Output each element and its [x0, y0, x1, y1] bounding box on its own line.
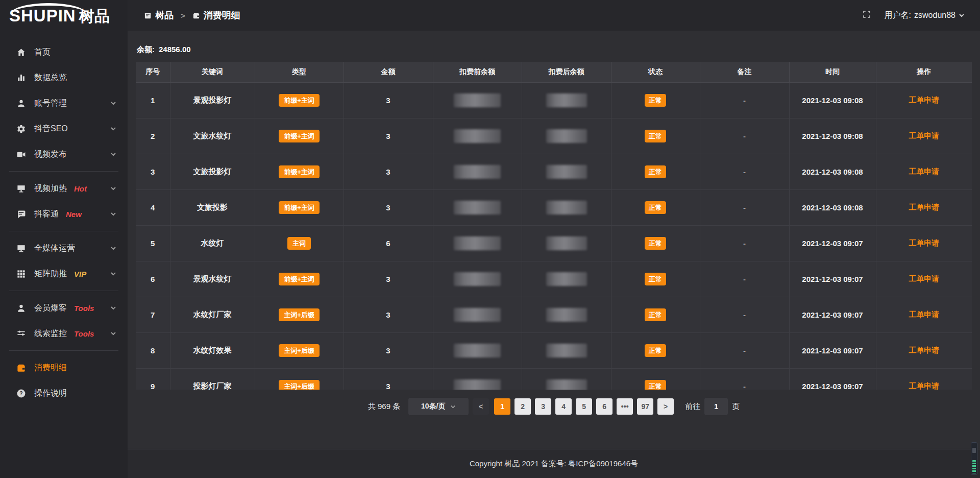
chevron-down-icon — [110, 245, 116, 251]
sidebar-item-label: 账号管理 — [34, 98, 67, 109]
copyright-text: Copyright 树品 2021 备案号: 粤ICP备09019646号 — [470, 459, 638, 469]
sidebar-item-matrix-boost[interactable]: 矩阵助推 VIP — [0, 261, 128, 286]
sidebar-item-label: 操作说明 — [34, 388, 67, 399]
sidebar-item-doukestong[interactable]: 抖客通 New — [0, 201, 128, 227]
masked-value — [546, 201, 587, 214]
cell-time: 2021-12-03 09:07 — [789, 261, 876, 297]
page-button-2[interactable]: 2 — [514, 398, 531, 415]
mini-scrollbar-widget[interactable] — [971, 442, 977, 475]
svg-text:?: ? — [19, 391, 22, 396]
menu-divider — [9, 171, 118, 172]
cell-time: 2021-12-03 09:08 — [789, 118, 876, 154]
work-order-link[interactable]: 工单申请 — [909, 274, 939, 283]
page-button-97[interactable]: 97 — [637, 398, 653, 415]
work-order-link[interactable]: 工单申请 — [909, 203, 939, 211]
cell-action: 工单申请 — [876, 82, 972, 118]
sidebar-item-consumption-detail[interactable]: 消费明细 — [0, 355, 128, 380]
cell-action: 工单申请 — [876, 297, 972, 332]
sidebar-item-all-media[interactable]: 全媒体运营 — [0, 235, 128, 261]
breadcrumb-separator: > — [181, 11, 185, 20]
page-button-5[interactable]: 5 — [576, 398, 592, 415]
breadcrumb-item-root[interactable]: 树品 — [144, 9, 174, 21]
status-badge: 正常 — [645, 94, 666, 107]
sidebar-item-member-burst[interactable]: 会员爆客 Tools — [0, 295, 128, 321]
page-button-4[interactable]: 4 — [555, 398, 572, 415]
work-order-link[interactable]: 工单申请 — [909, 310, 939, 319]
next-page-button[interactable]: > — [657, 398, 674, 415]
cell-keyword: 投影灯厂家 — [170, 368, 255, 390]
masked-value — [454, 308, 501, 322]
grid-icon — [16, 269, 26, 279]
tools-badge: Tools — [74, 329, 94, 338]
cell-remark: - — [700, 189, 789, 225]
sidebar-item-data-overview[interactable]: 数据总览 — [0, 65, 128, 90]
cell-balance-after — [522, 154, 611, 189]
type-badge: 主词+后缀 — [279, 308, 320, 321]
cell-keyword: 文旅水纹灯 — [170, 118, 255, 154]
monitor-icon — [16, 244, 26, 253]
prev-page-button[interactable]: < — [473, 398, 489, 415]
balance: 余额:24856.00 — [136, 45, 972, 55]
work-order-link[interactable]: 工单申请 — [909, 346, 939, 354]
cell-status: 正常 — [611, 189, 700, 225]
cell-type: 前缀+主词 — [255, 189, 344, 225]
cell-time: 2021-12-03 09:07 — [789, 225, 876, 261]
col-header-action: 操作 — [876, 62, 972, 82]
work-order-link[interactable]: 工单申请 — [909, 167, 939, 176]
table-row: 9 投影灯厂家 主词+后缀 3 正常 - 2021-12-03 09:07 工单… — [136, 368, 972, 390]
logo-arc — [10, 3, 87, 14]
cell-index: 4 — [136, 189, 170, 225]
col-header-status: 状态 — [611, 62, 700, 82]
cell-index: 7 — [136, 297, 170, 332]
cell-time: 2021-12-03 09:08 — [789, 189, 876, 225]
sidebar-item-label: 抖音SEO — [34, 124, 68, 134]
sidebar-item-video-heat[interactable]: 视频加热 Hot — [0, 176, 128, 201]
masked-value — [546, 379, 587, 390]
cell-status: 正常 — [611, 82, 700, 118]
goto-label: 前往 — [685, 402, 700, 412]
cell-keyword: 水纹灯 — [170, 225, 255, 261]
sidebar-item-account-management[interactable]: 账号管理 — [0, 90, 128, 116]
user-menu[interactable]: 用户名: zswodun88 — [885, 10, 965, 21]
sidebar-item-instructions[interactable]: ? 操作说明 — [0, 380, 128, 406]
balance-label: 余额: — [137, 45, 155, 54]
sidebar-item-label: 消费明细 — [34, 363, 67, 373]
sidebar-item-lead-monitor[interactable]: 线索监控 Tools — [0, 321, 128, 346]
cell-keyword: 文旅投影 — [170, 189, 255, 225]
more-pages-button[interactable]: ••• — [617, 398, 633, 415]
work-order-link[interactable]: 工单申请 — [909, 238, 939, 247]
breadcrumb: 树品 > 消费明细 — [144, 9, 240, 21]
status-badge: 正常 — [645, 380, 666, 390]
work-order-link[interactable]: 工单申请 — [909, 131, 939, 140]
scrollbar-thumb[interactable] — [972, 448, 976, 453]
sidebar-item-home[interactable]: 首页 — [0, 39, 128, 65]
goto-suffix: 页 — [732, 402, 740, 412]
work-order-link[interactable]: 工单申请 — [909, 381, 939, 390]
page-size-select[interactable]: 10条/页 — [408, 398, 469, 415]
cell-balance-before — [433, 154, 522, 189]
sidebar-item-douyin-seo[interactable]: 抖音SEO — [0, 116, 128, 141]
table-row: 2 文旅水纹灯 前缀+主词 3 正常 - 2021-12-03 09:08 工单… — [136, 118, 972, 154]
sidebar-item-label: 矩阵助推 — [34, 269, 67, 279]
goto-page-input[interactable] — [704, 398, 728, 415]
gear-icon — [16, 124, 26, 134]
page-button-3[interactable]: 3 — [535, 398, 551, 415]
col-header-time: 时间 — [789, 62, 876, 82]
masked-value — [546, 344, 587, 357]
cell-index: 1 — [136, 82, 170, 118]
page-button-6[interactable]: 6 — [596, 398, 612, 415]
table-row: 1 景观投影灯 前缀+主词 3 正常 - 2021-12-03 09:08 工单… — [136, 82, 972, 118]
masked-value — [546, 93, 587, 107]
question-icon: ? — [16, 389, 26, 398]
work-order-link[interactable]: 工单申请 — [909, 95, 939, 104]
sidebar-item-video-publish[interactable]: 视频发布 — [0, 141, 128, 167]
col-header-balance-after: 扣费后余额 — [522, 62, 611, 82]
page-button-1[interactable]: 1 — [494, 398, 510, 415]
type-badge: 前缀+主词 — [279, 94, 320, 107]
menu-divider — [9, 350, 118, 351]
cell-time: 2021-12-03 09:07 — [789, 297, 876, 332]
masked-value — [546, 236, 587, 250]
breadcrumb-item-current[interactable]: 消费明细 — [192, 9, 240, 21]
fullscreen-icon[interactable] — [862, 10, 871, 21]
pagination: 共 969 条 10条/页 < 123456•••97 > 前往 页 — [136, 398, 972, 415]
